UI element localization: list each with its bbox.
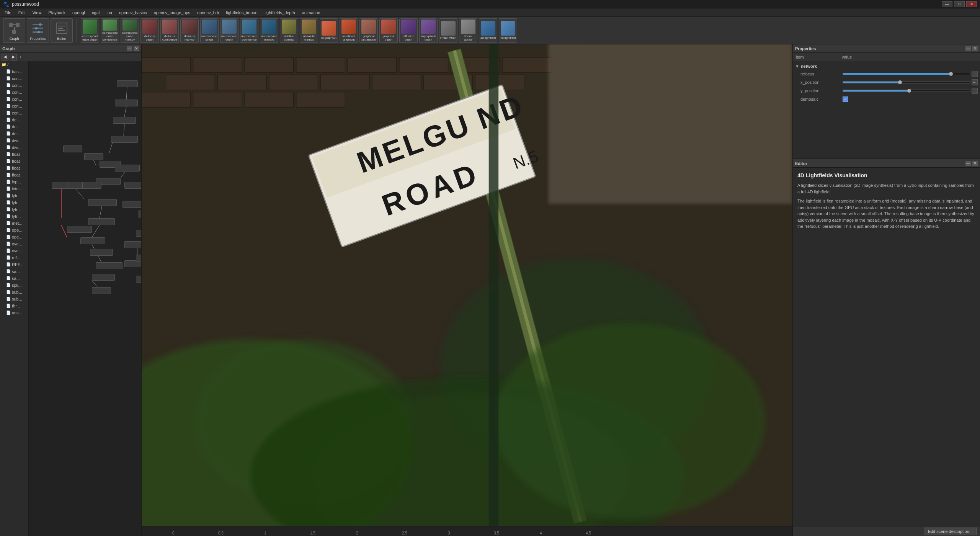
tool-btn-defocus_markov[interactable]: defocus markov	[180, 18, 199, 43]
refocus-slider-thumb[interactable]	[949, 72, 953, 76]
tool-btn-narrowbase_single[interactable]: narrowbase single	[200, 18, 219, 43]
graph-node-n1[interactable]	[117, 80, 138, 87]
menu-item-file[interactable]: File	[2, 10, 15, 16]
tree-item-21[interactable]: 📄lytr...	[0, 206, 28, 213]
graph-node-n27[interactable]	[136, 276, 141, 283]
tree-item-18[interactable]: 📄inte...	[0, 185, 28, 192]
tree-item-13[interactable]: 📄float	[0, 151, 28, 158]
menu-item-opencv-hdr[interactable]: opencv_hdr	[194, 10, 222, 16]
graph-node-n16[interactable]	[138, 211, 141, 217]
tree-item-16[interactable]: 📄float	[0, 172, 28, 178]
menu-item-animation[interactable]: animation	[299, 10, 323, 16]
properties-panel-close[interactable]: ✕	[972, 46, 978, 51]
graph-node-n25[interactable]	[136, 255, 141, 261]
graph-node-n6[interactable]	[84, 153, 103, 160]
y-position-slider-track[interactable]	[843, 90, 970, 92]
properties-panel-minimize[interactable]: —	[965, 46, 971, 51]
tree-item-12[interactable]: 📄divi...	[0, 144, 28, 151]
tree-item-7[interactable]: 📄con...	[0, 109, 28, 116]
tree-item-25[interactable]: 📄ope...	[0, 234, 28, 240]
tool-btn-st_graphcut[interactable]: st graphcut	[320, 18, 338, 43]
graph-button[interactable]: Graph	[3, 18, 25, 43]
properties-button[interactable]: Properties	[27, 18, 49, 43]
tool-btn-narrowbase_confidence[interactable]: narrowbase confidence	[240, 18, 258, 43]
graph-node-n4[interactable]	[111, 136, 138, 143]
tool-btn-narrowbase_depth[interactable]: narrowbase depth	[220, 18, 238, 43]
tool-btn-correspondence_markov[interactable]: correspondence markov	[121, 18, 139, 43]
y-position-slider-thumb[interactable]	[907, 89, 911, 93]
graph-node-n26[interactable]	[92, 274, 115, 281]
nav-back-button[interactable]: ◀	[2, 54, 8, 60]
tree-item-30[interactable]: 📄sa...	[0, 268, 28, 275]
graph-node-n17[interactable]	[88, 218, 115, 225]
menu-item-cgal[interactable]: cgal	[89, 10, 103, 16]
menu-item-opengl[interactable]: opengl	[69, 10, 88, 16]
tree-item-0[interactable]: 📁/	[0, 61, 28, 68]
viewer[interactable]: MELGU ND ROAD N.5	[142, 44, 792, 526]
tool-btn-linear_mean[interactable]: linear Mean	[439, 18, 457, 43]
graph-panel-close[interactable]: ✕	[134, 46, 139, 51]
refocus-slider-track[interactable]	[843, 73, 970, 75]
tool-btn-graphcut_depth[interactable]: graphcut depth	[379, 18, 398, 43]
tree-item-10[interactable]: 📄de...	[0, 130, 28, 137]
tree-item-26[interactable]: 📄ove...	[0, 240, 28, 247]
graph-node-n15[interactable]	[122, 201, 141, 208]
tool-btn-defocus_depth[interactable]: defocus depth	[140, 18, 159, 43]
tree-item-6[interactable]: 📄con...	[0, 103, 28, 109]
tree-item-1[interactable]: 📄bas...	[0, 68, 28, 75]
menu-item-lua[interactable]: lua	[103, 10, 115, 16]
tree-item-24[interactable]: 📄ope...	[0, 227, 28, 234]
tree-item-20[interactable]: 📄lytr...	[0, 199, 28, 206]
tree-item-19[interactable]: 📄lytr...	[0, 192, 28, 199]
graph-node-n5[interactable]	[63, 145, 82, 152]
tree-item-14[interactable]: 📄float	[0, 158, 28, 165]
editor-button[interactable]: Editor	[51, 18, 73, 43]
tree-item-32[interactable]: 📄spli...	[0, 282, 28, 289]
graph-node-n20[interactable]	[90, 249, 113, 256]
graph-node-n28[interactable]	[92, 287, 111, 294]
x-position-slider-expand[interactable]: ⋯	[972, 79, 978, 85]
maximize-button[interactable]: □	[954, 1, 965, 7]
graph-node-n14[interactable]	[88, 199, 117, 206]
graph-node-n2[interactable]	[115, 100, 138, 106]
tool-btn-3d_lightfield[interactable]: 3d lightfield	[479, 18, 497, 43]
tree-item-11[interactable]: 📄divi...	[0, 137, 28, 144]
tool-btn-diffusion_depth[interactable]: diffusion depth	[399, 18, 418, 43]
tool-btn-defocus_confidence[interactable]: defocus confidence	[160, 18, 179, 43]
menu-item-lightfields-import[interactable]: lightfields_import	[223, 10, 261, 16]
tool-btn-correspondence_confidence[interactable]: correspondence confidence	[101, 18, 119, 43]
demosaic-checkbox[interactable]	[843, 96, 848, 102]
graph-node-n23[interactable]	[96, 262, 122, 269]
menu-item-opencv-image-ops[interactable]: opencv_image_ops	[151, 10, 193, 16]
nav-forward-button[interactable]: ▶	[10, 54, 17, 60]
tree-item-22[interactable]: 📄lytr...	[0, 213, 28, 220]
graph-node-n13[interactable]	[82, 182, 101, 189]
graph-node-n21[interactable]	[124, 241, 141, 248]
tree-item-9[interactable]: 📄de...	[0, 123, 28, 130]
tree-item-2[interactable]: 📄con...	[0, 75, 28, 82]
tree-item-36[interactable]: 📄uns...	[0, 309, 28, 316]
tool-btn-linear_gdraw[interactable]: linear gdraw	[459, 18, 477, 43]
tool-btn-narrowbase_markov[interactable]: narrowbase markov	[260, 18, 278, 43]
tree-item-29[interactable]: 📄REF...	[0, 261, 28, 268]
x-position-slider-track[interactable]	[843, 81, 970, 83]
close-button[interactable]: ✕	[966, 1, 977, 7]
graph-node-n18[interactable]	[67, 226, 92, 233]
graph-canvas[interactable]	[29, 61, 141, 536]
menu-item-lightfields-depth[interactable]: lightfields_depth	[261, 10, 298, 16]
tool-btn-relative_corr[interactable]: relative corresp	[280, 18, 298, 43]
tree-item-33[interactable]: 📄sub...	[0, 289, 28, 296]
tree-item-17[interactable]: 📄inp...	[0, 178, 28, 185]
graph-node-n3[interactable]	[113, 117, 136, 124]
tool-btn-superpixels_depth[interactable]: superpixels depth	[419, 18, 438, 43]
menu-item-edit[interactable]: Edit	[15, 10, 29, 16]
minimize-button[interactable]: —	[942, 1, 952, 7]
tool-btn-4d_lightfield[interactable]: 4d lightfield	[499, 18, 517, 43]
tree-item-31[interactable]: 📄sa...	[0, 275, 28, 282]
tree-item-4[interactable]: 📄con...	[0, 89, 28, 96]
graph-node-n19[interactable]	[80, 237, 105, 244]
tree-item-27[interactable]: 📄ove...	[0, 247, 28, 254]
prop-value-refocus[interactable]: ⋯	[843, 71, 978, 77]
graph-node-n8[interactable]	[115, 165, 140, 172]
menu-item-playback[interactable]: Playback	[45, 10, 69, 16]
